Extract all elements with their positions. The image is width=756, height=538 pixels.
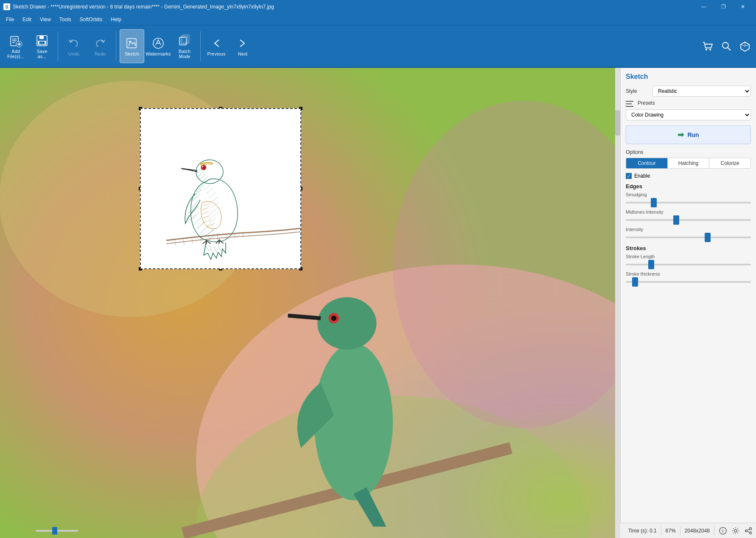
menu-edit[interactable]: Edit (18, 15, 36, 24)
stroke-length-slider[interactable] (626, 260, 751, 269)
svg-line-24 (741, 45, 745, 46)
minimize-button[interactable]: — (694, 0, 714, 14)
svg-point-99 (750, 527, 752, 530)
save-as-icon (35, 34, 49, 47)
smudging-label: Smudging (626, 192, 751, 197)
options-tabs: Contour Hatching Colorize (626, 158, 751, 169)
menu-softorbits[interactable]: SoftOrbits (76, 15, 106, 24)
next-icon (236, 36, 249, 50)
canvas-area[interactable] (0, 68, 615, 538)
menu-view[interactable]: View (36, 15, 55, 24)
batch-mode-icon (178, 34, 191, 47)
close-button[interactable]: ✕ (733, 0, 753, 14)
next-label: Next (238, 51, 248, 56)
midtones-slider[interactable] (626, 216, 751, 224)
svg-point-98 (734, 530, 737, 532)
canvas-main (0, 68, 620, 538)
zoom-slider[interactable] (36, 530, 78, 532)
batch-mode-button[interactable]: BatchMode (172, 29, 197, 63)
time-status: Time (s): 0.1 (628, 528, 657, 534)
add-file-button[interactable]: AddFile(s)... (3, 29, 28, 63)
toolbar-sep-2 (116, 31, 116, 61)
info-button[interactable]: i (719, 527, 727, 535)
svg-point-33 (317, 297, 376, 350)
svg-line-103 (747, 531, 749, 532)
save-as-label: Saveas... (36, 49, 47, 59)
intensity-slider[interactable] (626, 233, 751, 242)
watermarks-label: Watermarks (146, 51, 171, 56)
redo-label: Redo (95, 51, 106, 56)
sketch-label: Sketch (125, 51, 139, 56)
style-select[interactable]: Realistic Artistic Cartoon Impressionist (652, 86, 751, 97)
svg-point-36 (331, 315, 336, 321)
titlebar: S Sketch Drawer - ****Unregistered versi… (0, 0, 756, 14)
statusbar-right: Time (s): 0.1 67% 2048x2048 i (628, 527, 753, 535)
add-file-icon (9, 34, 22, 47)
cart-button[interactable] (700, 39, 715, 54)
maximize-button[interactable]: ❐ (714, 0, 733, 14)
stroke-thickness-slider[interactable] (626, 278, 751, 286)
menu-file[interactable]: File (2, 15, 18, 24)
enable-label: Enable (634, 173, 650, 179)
strokes-title: Strokes (626, 245, 751, 251)
run-arrow-icon: ➡ (678, 130, 684, 139)
previous-label: Previous (207, 51, 226, 56)
undo-icon (67, 36, 81, 50)
titlebar-controls: — ❐ ✕ (694, 0, 753, 14)
search-button[interactable] (719, 39, 734, 54)
svg-point-18 (706, 49, 707, 50)
previous-icon (210, 36, 223, 50)
right-panel: Sketch Style Realistic Artistic Cartoon … (620, 68, 756, 523)
svg-line-34 (288, 315, 321, 318)
svg-point-83 (202, 166, 204, 167)
presets-row: Presets (626, 100, 751, 108)
save-as-button[interactable]: Saveas... (30, 29, 54, 63)
undo-label: Undo (68, 51, 79, 56)
watermarks-button[interactable]: Watermarks (146, 29, 171, 63)
presets-label: Presets (638, 100, 655, 106)
undo-button[interactable]: Undo (62, 29, 86, 63)
cube-button[interactable] (737, 39, 753, 54)
enable-checkbox[interactable]: ✓ (626, 173, 632, 179)
share-button[interactable] (744, 527, 753, 535)
style-row: Style Realistic Artistic Cartoon Impress… (626, 86, 751, 97)
vertical-scrollbar[interactable] (615, 68, 620, 538)
redo-icon (93, 36, 107, 50)
settings-button[interactable] (731, 527, 740, 535)
svg-text:i: i (722, 529, 724, 533)
svg-point-12 (129, 41, 131, 42)
zoom-percent: 67% (666, 528, 676, 534)
svg-point-19 (709, 49, 711, 50)
svg-rect-8 (39, 36, 44, 39)
menu-help[interactable]: Help (106, 15, 126, 24)
toolbar: AddFile(s)... Saveas... Undo (0, 25, 756, 68)
toolbar-sep-3 (200, 31, 201, 61)
status-separator-3 (714, 527, 714, 535)
run-button[interactable]: ➡ Run (626, 125, 751, 144)
menu-tools[interactable]: Tools (55, 15, 76, 24)
smudging-slider[interactable] (626, 198, 751, 207)
sketch-image (140, 108, 301, 269)
app-icon: S (3, 3, 10, 10)
background-image (0, 68, 615, 538)
redo-button[interactable]: Redo (88, 29, 112, 63)
sketch-button[interactable]: Sketch (120, 29, 144, 63)
time-label: Time (s): 0.1 (628, 528, 657, 534)
stroke-thickness-label: Stroke thickness (626, 271, 751, 276)
tab-hatching[interactable]: Hatching (668, 158, 709, 168)
options-label: Options (626, 149, 751, 155)
previous-button[interactable]: Previous (204, 29, 229, 63)
canvas-wrapper (0, 68, 620, 523)
tab-colorize[interactable]: Colorize (709, 158, 750, 168)
style-label: Style (626, 88, 649, 94)
tab-contour[interactable]: Contour (626, 158, 668, 168)
next-button[interactable]: Next (230, 29, 255, 63)
titlebar-left: S Sketch Drawer - ****Unregistered versi… (3, 3, 274, 10)
edges-title: Edges (626, 183, 751, 190)
run-label: Run (687, 131, 699, 138)
presets-select[interactable]: Color Drawing Pencil Sketch Charcoal Ink… (626, 109, 751, 120)
main-area: Sketch Style Realistic Artistic Cartoon … (0, 68, 756, 523)
svg-rect-10 (39, 42, 45, 44)
sketch-svg (141, 109, 301, 269)
status-separator-2 (680, 527, 680, 535)
